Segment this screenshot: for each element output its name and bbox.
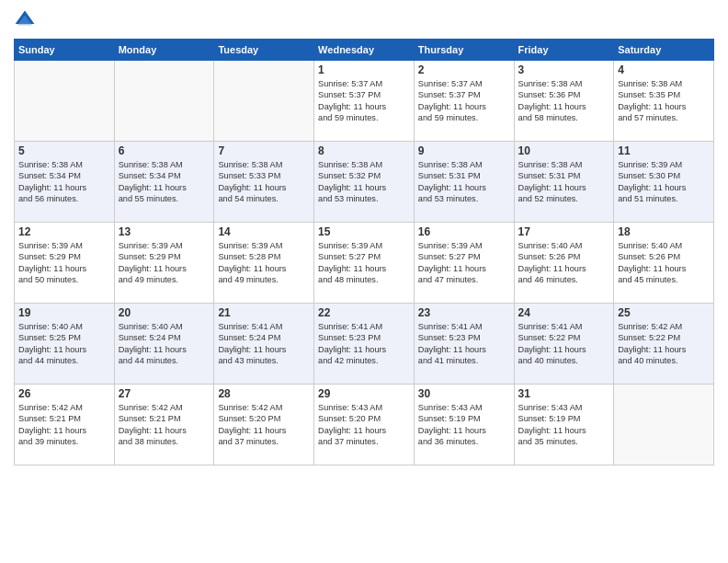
day-info: Sunrise: 5:40 AMSunset: 5:25 PMDaylight:… [18, 321, 110, 367]
day-number: 25 [618, 306, 710, 319]
day-info: Sunrise: 5:42 AMSunset: 5:20 PMDaylight:… [218, 402, 310, 448]
calendar-table: SundayMondayTuesdayWednesdayThursdayFrid… [14, 39, 714, 465]
calendar-cell: 26Sunrise: 5:42 AMSunset: 5:21 PMDayligh… [15, 385, 115, 465]
day-number: 1 [318, 63, 410, 76]
day-number: 31 [518, 387, 610, 400]
calendar-cell: 16Sunrise: 5:39 AMSunset: 5:27 PMDayligh… [414, 223, 514, 304]
day-info: Sunrise: 5:40 AMSunset: 5:24 PMDaylight:… [119, 321, 210, 367]
day-info: Sunrise: 5:39 AMSunset: 5:29 PMDaylight:… [18, 240, 110, 286]
calendar-cell: 31Sunrise: 5:43 AMSunset: 5:19 PMDayligh… [514, 385, 614, 465]
day-number: 13 [119, 225, 210, 238]
day-info: Sunrise: 5:40 AMSunset: 5:26 PMDaylight:… [618, 240, 710, 286]
calendar-cell: 27Sunrise: 5:42 AMSunset: 5:21 PMDayligh… [114, 385, 214, 465]
day-number: 14 [218, 225, 310, 238]
day-number: 2 [418, 63, 510, 76]
day-number: 27 [119, 387, 210, 400]
day-number: 15 [318, 225, 410, 238]
calendar-cell: 8Sunrise: 5:38 AMSunset: 5:32 PMDaylight… [314, 142, 415, 223]
day-number: 11 [618, 144, 710, 157]
day-number: 26 [18, 387, 110, 400]
calendar-cell: 3Sunrise: 5:38 AMSunset: 5:36 PMDaylight… [514, 61, 614, 142]
calendar-cell: 14Sunrise: 5:39 AMSunset: 5:28 PMDayligh… [214, 223, 314, 304]
day-info: Sunrise: 5:43 AMSunset: 5:20 PMDaylight:… [318, 402, 410, 448]
day-info: Sunrise: 5:38 AMSunset: 5:32 PMDaylight:… [318, 159, 410, 205]
calendar-cell: 4Sunrise: 5:38 AMSunset: 5:35 PMDaylight… [614, 61, 714, 142]
day-number: 7 [218, 144, 310, 157]
day-info: Sunrise: 5:40 AMSunset: 5:26 PMDaylight:… [518, 240, 610, 286]
day-number: 6 [119, 144, 210, 157]
calendar-cell: 13Sunrise: 5:39 AMSunset: 5:29 PMDayligh… [114, 223, 214, 304]
day-info: Sunrise: 5:38 AMSunset: 5:33 PMDaylight:… [218, 159, 310, 205]
day-number: 3 [518, 63, 610, 76]
weekday-header-sunday: Sunday [15, 40, 115, 61]
calendar-cell: 2Sunrise: 5:37 AMSunset: 5:37 PMDaylight… [414, 61, 514, 142]
calendar-cell [15, 61, 115, 142]
calendar-week-2: 5Sunrise: 5:38 AMSunset: 5:34 PMDaylight… [15, 142, 714, 223]
day-info: Sunrise: 5:39 AMSunset: 5:29 PMDaylight:… [119, 240, 210, 286]
day-number: 8 [318, 144, 410, 157]
day-number: 16 [418, 225, 510, 238]
day-info: Sunrise: 5:39 AMSunset: 5:28 PMDaylight:… [218, 240, 310, 286]
day-number: 23 [418, 306, 510, 319]
day-info: Sunrise: 5:41 AMSunset: 5:23 PMDaylight:… [318, 321, 410, 367]
day-number: 21 [218, 306, 310, 319]
calendar-cell: 24Sunrise: 5:41 AMSunset: 5:22 PMDayligh… [514, 304, 614, 385]
day-number: 30 [418, 387, 510, 400]
day-number: 20 [119, 306, 210, 319]
calendar-cell: 15Sunrise: 5:39 AMSunset: 5:27 PMDayligh… [314, 223, 415, 304]
day-number: 24 [518, 306, 610, 319]
day-number: 18 [618, 225, 710, 238]
calendar-cell: 20Sunrise: 5:40 AMSunset: 5:24 PMDayligh… [114, 304, 214, 385]
calendar-cell: 29Sunrise: 5:43 AMSunset: 5:20 PMDayligh… [314, 385, 415, 465]
calendar-cell: 21Sunrise: 5:41 AMSunset: 5:24 PMDayligh… [214, 304, 314, 385]
day-info: Sunrise: 5:37 AMSunset: 5:37 PMDaylight:… [418, 78, 510, 124]
day-info: Sunrise: 5:41 AMSunset: 5:23 PMDaylight:… [418, 321, 510, 367]
day-number: 19 [18, 306, 110, 319]
day-info: Sunrise: 5:39 AMSunset: 5:27 PMDaylight:… [418, 240, 510, 286]
day-info: Sunrise: 5:38 AMSunset: 5:31 PMDaylight:… [418, 159, 510, 205]
day-number: 10 [518, 144, 610, 157]
day-number: 5 [18, 144, 110, 157]
calendar-cell: 1Sunrise: 5:37 AMSunset: 5:37 PMDaylight… [314, 61, 415, 142]
day-info: Sunrise: 5:38 AMSunset: 5:36 PMDaylight:… [518, 78, 610, 124]
day-number: 29 [318, 387, 410, 400]
day-number: 17 [518, 225, 610, 238]
calendar-week-4: 19Sunrise: 5:40 AMSunset: 5:25 PMDayligh… [15, 304, 714, 385]
day-info: Sunrise: 5:42 AMSunset: 5:21 PMDaylight:… [18, 402, 110, 448]
day-info: Sunrise: 5:37 AMSunset: 5:37 PMDaylight:… [318, 78, 410, 124]
weekday-header-tuesday: Tuesday [214, 40, 314, 61]
day-info: Sunrise: 5:43 AMSunset: 5:19 PMDaylight:… [418, 402, 510, 448]
weekday-header-monday: Monday [114, 40, 214, 61]
calendar-week-3: 12Sunrise: 5:39 AMSunset: 5:29 PMDayligh… [15, 223, 714, 304]
calendar-cell: 28Sunrise: 5:42 AMSunset: 5:20 PMDayligh… [214, 385, 314, 465]
calendar-cell [114, 61, 214, 142]
day-info: Sunrise: 5:39 AMSunset: 5:27 PMDaylight:… [318, 240, 410, 286]
day-number: 12 [18, 225, 110, 238]
calendar-cell: 25Sunrise: 5:42 AMSunset: 5:22 PMDayligh… [614, 304, 714, 385]
day-info: Sunrise: 5:41 AMSunset: 5:24 PMDaylight:… [218, 321, 310, 367]
header [14, 9, 714, 31]
weekday-header-wednesday: Wednesday [314, 40, 415, 61]
day-info: Sunrise: 5:42 AMSunset: 5:22 PMDaylight:… [618, 321, 710, 367]
calendar-cell: 6Sunrise: 5:38 AMSunset: 5:34 PMDaylight… [114, 142, 214, 223]
calendar-cell: 5Sunrise: 5:38 AMSunset: 5:34 PMDaylight… [15, 142, 115, 223]
weekday-header-saturday: Saturday [614, 40, 714, 61]
day-info: Sunrise: 5:38 AMSunset: 5:35 PMDaylight:… [618, 78, 710, 124]
calendar-cell: 7Sunrise: 5:38 AMSunset: 5:33 PMDaylight… [214, 142, 314, 223]
day-info: Sunrise: 5:42 AMSunset: 5:21 PMDaylight:… [119, 402, 210, 448]
day-number: 4 [618, 63, 710, 76]
calendar-week-1: 1Sunrise: 5:37 AMSunset: 5:37 PMDaylight… [15, 61, 714, 142]
calendar-cell: 18Sunrise: 5:40 AMSunset: 5:26 PMDayligh… [614, 223, 714, 304]
calendar-cell: 22Sunrise: 5:41 AMSunset: 5:23 PMDayligh… [314, 304, 415, 385]
weekday-header-thursday: Thursday [414, 40, 514, 61]
calendar-header-row: SundayMondayTuesdayWednesdayThursdayFrid… [15, 40, 714, 61]
day-number: 22 [318, 306, 410, 319]
day-info: Sunrise: 5:38 AMSunset: 5:34 PMDaylight:… [119, 159, 210, 205]
logo [14, 9, 39, 31]
day-info: Sunrise: 5:41 AMSunset: 5:22 PMDaylight:… [518, 321, 610, 367]
weekday-header-friday: Friday [514, 40, 614, 61]
calendar-cell [614, 385, 714, 465]
calendar-cell: 17Sunrise: 5:40 AMSunset: 5:26 PMDayligh… [514, 223, 614, 304]
calendar-cell: 30Sunrise: 5:43 AMSunset: 5:19 PMDayligh… [414, 385, 514, 465]
calendar-cell: 12Sunrise: 5:39 AMSunset: 5:29 PMDayligh… [15, 223, 115, 304]
